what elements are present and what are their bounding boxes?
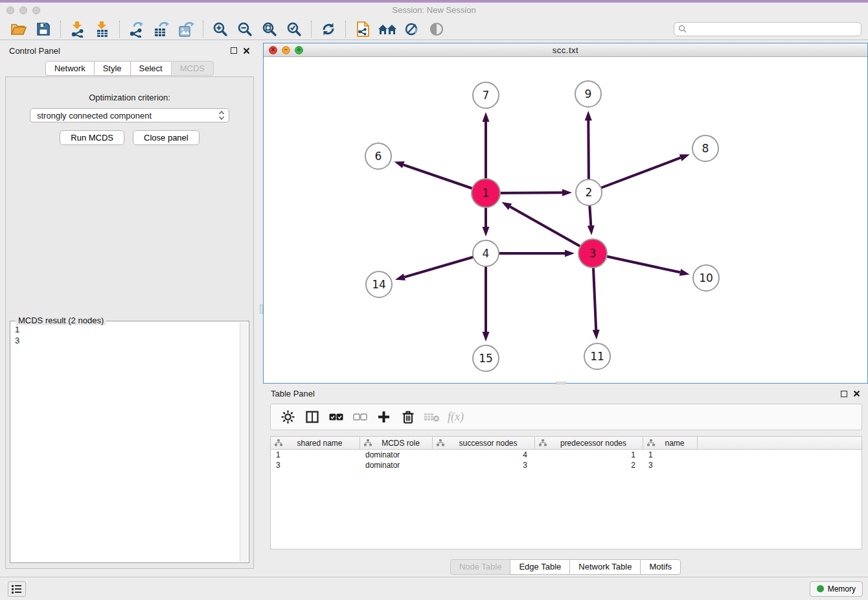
select-all-button[interactable] bbox=[324, 407, 348, 428]
graph-node-11[interactable]: 11 bbox=[584, 343, 610, 369]
graph-node-1[interactable]: 1 bbox=[472, 179, 500, 207]
network-canvas[interactable]: 7968124314101511 bbox=[264, 57, 867, 383]
table-panel-close-button[interactable] bbox=[853, 390, 860, 397]
new-network-from-selection-button[interactable] bbox=[350, 19, 375, 39]
save-session-button[interactable] bbox=[31, 19, 56, 39]
column-header-successor-nodes[interactable]: successor nodes bbox=[433, 437, 535, 449]
memory-label: Memory bbox=[828, 584, 856, 594]
zoom-out-button[interactable] bbox=[233, 19, 257, 39]
tab-style[interactable]: Style bbox=[94, 61, 131, 76]
column-header-name[interactable]: name bbox=[643, 437, 698, 449]
tab-motifs[interactable]: Motifs bbox=[640, 559, 681, 575]
table-cell[interactable]: 1 bbox=[643, 450, 698, 460]
graph-edge-3-10[interactable] bbox=[593, 253, 690, 276]
svg-text:4: 4 bbox=[483, 247, 490, 260]
graph-node-9[interactable]: 9 bbox=[575, 81, 601, 107]
table-cell[interactable]: 1 bbox=[271, 450, 360, 460]
table-row[interactable]: 3dominator323 bbox=[271, 460, 862, 470]
column-header-shared-name[interactable]: shared name bbox=[271, 437, 360, 449]
column-header-predecessor-nodes[interactable]: predecessor nodes bbox=[535, 437, 643, 449]
tab-network-table[interactable]: Network Table bbox=[569, 559, 641, 575]
network-window-titlebar[interactable]: × − + scc.txt bbox=[264, 43, 867, 57]
table-cell[interactable]: dominator bbox=[360, 450, 433, 460]
graph-node-7[interactable]: 7 bbox=[473, 82, 499, 108]
tree-icon bbox=[364, 439, 372, 446]
column-header-label: shared name bbox=[282, 439, 360, 448]
graph-node-6[interactable]: 6 bbox=[365, 143, 391, 169]
column-header-MCDS-role[interactable]: MCDS role bbox=[360, 437, 433, 449]
svg-text:10: 10 bbox=[699, 271, 713, 284]
graph-node-2[interactable]: 2 bbox=[576, 179, 602, 205]
svg-text:14: 14 bbox=[372, 278, 386, 291]
plus-icon bbox=[378, 411, 390, 423]
contrast-eye-icon bbox=[429, 21, 444, 37]
graph-edge-4-14[interactable] bbox=[395, 253, 486, 281]
zoom-in-button[interactable] bbox=[208, 19, 233, 39]
table-cell[interactable]: 3 bbox=[433, 460, 535, 470]
graph-node-3[interactable]: 3 bbox=[578, 239, 607, 268]
result-scrollbar[interactable] bbox=[240, 322, 248, 562]
graph-node-8[interactable]: 8 bbox=[692, 135, 718, 161]
table-cell[interactable]: 3 bbox=[271, 460, 360, 470]
delete-column-button[interactable] bbox=[396, 407, 420, 428]
graph-node-15[interactable]: 15 bbox=[473, 345, 499, 371]
table-row[interactable]: 1dominator411 bbox=[271, 450, 862, 460]
export-image-button[interactable] bbox=[174, 19, 198, 39]
graph-node-4[interactable]: 4 bbox=[473, 240, 499, 266]
network-window-maximize-button[interactable]: + bbox=[295, 46, 303, 54]
tree-icon bbox=[437, 439, 444, 446]
table-cell[interactable]: 2 bbox=[535, 460, 643, 470]
network-window-minimize-button[interactable]: − bbox=[282, 46, 290, 54]
zoom-fit-icon bbox=[262, 21, 277, 37]
zoom-selected-button[interactable] bbox=[282, 19, 306, 39]
graph-edge-2-8[interactable] bbox=[589, 154, 690, 192]
network-window-close-button[interactable]: × bbox=[269, 46, 277, 54]
refresh-view-button[interactable] bbox=[316, 19, 341, 39]
first-neighbors-button[interactable] bbox=[375, 19, 400, 39]
create-column-button[interactable] bbox=[372, 407, 396, 428]
graphics-details-button[interactable] bbox=[424, 19, 449, 39]
delete-table-button[interactable] bbox=[420, 407, 444, 428]
deselect-all-button[interactable] bbox=[348, 407, 372, 428]
table-cell[interactable]: 1 bbox=[535, 450, 643, 460]
memory-button[interactable]: Memory bbox=[810, 581, 863, 597]
search-input[interactable] bbox=[689, 23, 857, 34]
tab-mcds[interactable]: MCDS bbox=[171, 61, 214, 76]
show-columns-button[interactable] bbox=[300, 407, 324, 428]
close-panel-button[interactable]: Close panel bbox=[133, 130, 200, 145]
graph-node-10[interactable]: 10 bbox=[693, 265, 719, 291]
table-cell[interactable]: 3 bbox=[643, 460, 698, 470]
table-panel-float-button[interactable] bbox=[841, 391, 847, 397]
table-settings-button[interactable] bbox=[276, 407, 300, 428]
delete-table-icon bbox=[424, 411, 440, 422]
criterion-value: strongly connected component bbox=[37, 111, 152, 121]
control-panel-close-button[interactable] bbox=[243, 47, 250, 54]
graph-edge-3-1[interactable] bbox=[501, 202, 593, 253]
zoom-fit-button[interactable] bbox=[257, 19, 282, 39]
import-network-button[interactable] bbox=[65, 19, 90, 39]
search-field[interactable] bbox=[674, 22, 862, 36]
optimization-criterion-select[interactable]: strongly connected component bbox=[30, 108, 229, 122]
tab-select[interactable]: Select bbox=[130, 61, 172, 76]
table-cell[interactable]: dominator bbox=[360, 460, 433, 470]
control-panel-float-button[interactable] bbox=[231, 47, 237, 54]
tab-network[interactable]: Network bbox=[45, 61, 95, 76]
export-image-icon bbox=[177, 21, 195, 38]
graph-node-14[interactable]: 14 bbox=[366, 271, 392, 297]
function-builder-button[interactable]: f(x) bbox=[444, 407, 468, 428]
columns-icon bbox=[306, 411, 319, 423]
clear-style-button[interactable] bbox=[400, 19, 424, 39]
export-table-button[interactable] bbox=[149, 19, 174, 39]
run-mcds-button[interactable]: Run MCDS bbox=[60, 130, 124, 145]
split-pane-handle-horizontal[interactable] bbox=[556, 382, 566, 384]
mcds-result-lines[interactable]: 13 bbox=[11, 322, 239, 562]
task-history-button[interactable] bbox=[8, 581, 26, 597]
import-table-button[interactable] bbox=[90, 19, 115, 39]
tab-edge-table[interactable]: Edge Table bbox=[510, 559, 570, 575]
control-panel-header: Control Panel bbox=[0, 40, 259, 61]
export-network-button[interactable] bbox=[124, 19, 149, 39]
table-cell[interactable]: 4 bbox=[433, 450, 535, 460]
svg-text:9: 9 bbox=[585, 87, 592, 100]
tab-node-table[interactable]: Node Table bbox=[450, 559, 511, 575]
open-file-button[interactable] bbox=[6, 19, 31, 39]
